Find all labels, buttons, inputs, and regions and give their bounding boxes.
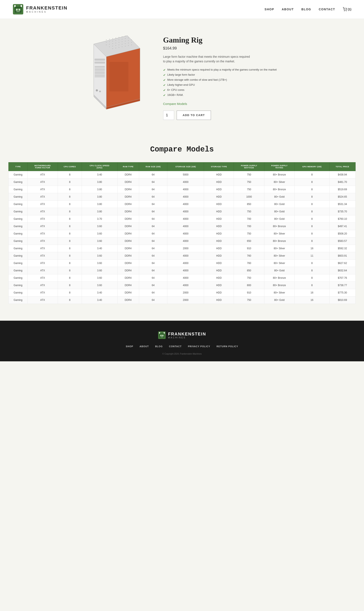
product-image	[83, 31, 151, 111]
table-row: GamingATX83.40DDR4642000HDD91080+ Silver…	[9, 289, 356, 296]
nav-about[interactable]: ABOUT	[282, 8, 294, 11]
table-cell: 64	[139, 193, 167, 200]
footer-nav-about[interactable]: ABOUT	[140, 345, 149, 348]
table-cell: Gaming	[9, 296, 27, 304]
table-cell: 700	[234, 215, 264, 222]
table-cell: 4000	[167, 193, 204, 200]
svg-point-43	[128, 42, 129, 43]
table-cell: ATX	[27, 244, 58, 252]
table-cell: 3.60	[82, 259, 117, 267]
table-cell: 8	[295, 274, 329, 282]
table-cell: 4000	[167, 186, 204, 193]
table-row: GamingATX83.80DDR4644000HDD75080+ Bronze…	[9, 186, 356, 193]
footer-nav-blog[interactable]: BLOG	[155, 345, 163, 348]
nav-shop[interactable]: SHOP	[265, 8, 274, 11]
compare-models-link[interactable]: Compare Models	[163, 102, 281, 106]
table-cell: $738.77	[329, 282, 355, 289]
table-cell: 8	[58, 178, 82, 186]
svg-point-20	[106, 42, 107, 43]
table-cell: $531.34	[329, 200, 355, 208]
table-cell: 8	[295, 186, 329, 193]
table-row: GamingATX83.60DDR4644000HDD70080+ Bronze…	[9, 222, 356, 230]
table-cell: 760	[234, 252, 264, 259]
table-cell: 4000	[167, 222, 204, 230]
table-row: GamingATX83.40DDR4642000HDD91080+ Silver…	[9, 244, 356, 252]
table-cell: 3.80	[82, 186, 117, 193]
table-cell: 3.60	[82, 274, 117, 282]
nav-contact[interactable]: CONTACT	[319, 8, 335, 11]
table-cell: 11	[295, 252, 329, 259]
svg-point-9	[346, 11, 347, 11]
table-cell: 8	[58, 244, 82, 252]
quantity-input[interactable]	[163, 111, 174, 120]
table-cell: 3.60	[82, 252, 117, 259]
footer-nav-contact[interactable]: CONTACT	[169, 345, 182, 348]
table-cell: 80+ Gold	[264, 193, 295, 200]
check-icon: ✔	[163, 88, 166, 92]
footer-nav-return[interactable]: RETURN POLICY	[217, 345, 238, 348]
table-cell: 3.80	[82, 200, 117, 208]
main-nav: SHOP ABOUT BLOG CONTACT (1)	[265, 7, 351, 11]
footer-nav-privacy[interactable]: PRIVACY POLICY	[188, 345, 210, 348]
table-cell: 80+ Bronze	[264, 171, 295, 178]
table-cell: HDD	[204, 274, 234, 282]
table-cell: DDR4	[117, 244, 139, 252]
footer-nav-shop[interactable]: SHOP	[126, 345, 133, 348]
table-cell: Gaming	[9, 267, 27, 274]
svg-rect-58	[95, 72, 105, 73]
table-cell: $524.65	[329, 193, 355, 200]
table-cell: 3.40	[82, 244, 117, 252]
cart-button[interactable]: (1)	[343, 7, 351, 11]
table-cell: 4000	[167, 267, 204, 274]
table-cell: 3.60	[82, 282, 117, 289]
table-cell: 4000	[167, 215, 204, 222]
table-cell: Gaming	[9, 186, 27, 193]
col-cpu-cores: CPU CORES	[58, 162, 82, 171]
table-cell: ATX	[27, 200, 58, 208]
table-cell: 8	[295, 208, 329, 215]
feature-item: ✔ More storage with combo of slow and fa…	[163, 78, 281, 82]
svg-point-25	[122, 39, 123, 40]
table-cell: 80+ Gold	[264, 296, 295, 304]
table-cell: $707.76	[329, 274, 355, 282]
table-cell: HDD	[204, 171, 234, 178]
product-details: Gaming Rig $164.99 Large form factor mac…	[163, 31, 281, 120]
product-title: Gaming Rig	[163, 36, 281, 44]
table-cell: 4000	[167, 200, 204, 208]
svg-rect-53	[95, 62, 105, 63]
logo[interactable]: FRANKENSTEIN MACHINES	[13, 4, 67, 15]
table-cell: 3.60	[82, 230, 117, 237]
table-cell: DDR4	[117, 230, 139, 237]
svg-point-32	[118, 42, 119, 43]
table-cell: Gaming	[9, 222, 27, 230]
svg-rect-57	[95, 71, 105, 71]
table-cell: 8	[58, 237, 82, 244]
product-svg	[85, 31, 148, 111]
table-cell: 8	[295, 171, 329, 178]
table-row: GamingATX83.40DDR4645000HDD75080+ Bronze…	[9, 171, 356, 178]
svg-point-45	[112, 48, 113, 49]
check-icon: ✔	[163, 73, 166, 77]
table-cell: 8	[295, 200, 329, 208]
table-cell: 64	[139, 252, 167, 259]
table-cell: 16	[295, 289, 329, 296]
table-cell: Gaming	[9, 200, 27, 208]
nav-blog[interactable]: BLOG	[301, 8, 311, 11]
table-cell: ATX	[27, 230, 58, 237]
col-storage-type: STORAGE TYPE	[204, 162, 234, 171]
footer-brand: FRANKENSTEIN MACHINES	[168, 332, 206, 339]
add-to-cart-button[interactable]: ADD TO CART	[177, 111, 211, 120]
table-cell: ATX	[27, 252, 58, 259]
svg-point-30	[112, 43, 113, 44]
check-icon: ✔	[163, 68, 166, 72]
table-cell: Gaming	[9, 282, 27, 289]
table-cell: 700	[234, 222, 264, 230]
table-cell: HDD	[204, 215, 234, 222]
table-cell: 2000	[167, 296, 204, 304]
table-cell: 80+ Gold	[264, 200, 295, 208]
table-cell: 3.80	[82, 178, 117, 186]
table-cell: 64	[139, 289, 167, 296]
svg-point-17	[118, 37, 119, 38]
svg-rect-60	[95, 75, 105, 76]
table-cell: Gaming	[9, 244, 27, 252]
